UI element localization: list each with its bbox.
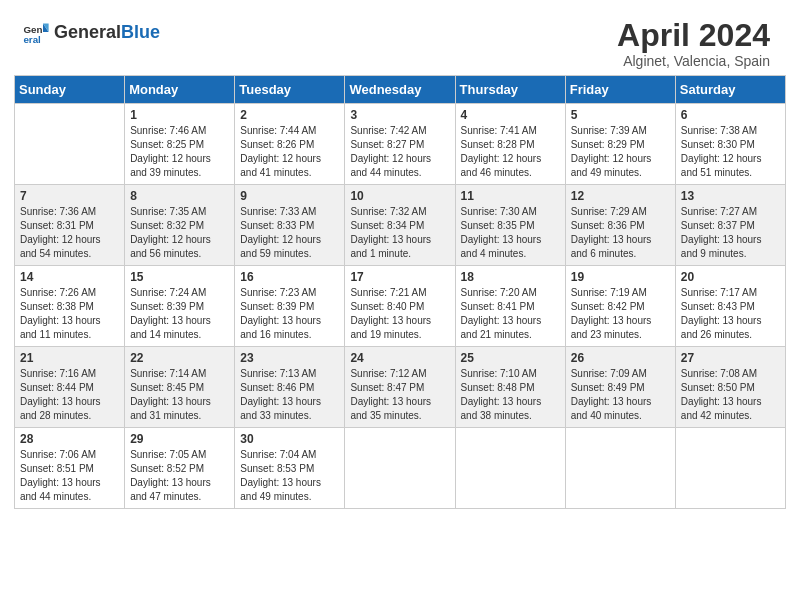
header: Gen eral GeneralBlue April 2024 Alginet,… (10, 10, 782, 75)
day-number: 13 (681, 189, 780, 203)
day-number: 5 (571, 108, 670, 122)
day-info: Sunrise: 7:19 AMSunset: 8:42 PMDaylight:… (571, 286, 670, 342)
day-info: Sunrise: 7:33 AMSunset: 8:33 PMDaylight:… (240, 205, 339, 261)
day-info: Sunrise: 7:46 AMSunset: 8:25 PMDaylight:… (130, 124, 229, 180)
calendar-cell: 29Sunrise: 7:05 AMSunset: 8:52 PMDayligh… (125, 428, 235, 509)
title-area: April 2024 Alginet, Valencia, Spain (617, 18, 770, 69)
day-number: 4 (461, 108, 560, 122)
calendar-cell (345, 428, 455, 509)
day-number: 30 (240, 432, 339, 446)
calendar-cell: 9Sunrise: 7:33 AMSunset: 8:33 PMDaylight… (235, 185, 345, 266)
calendar-cell: 6Sunrise: 7:38 AMSunset: 8:30 PMDaylight… (675, 104, 785, 185)
day-number: 24 (350, 351, 449, 365)
calendar-cell: 11Sunrise: 7:30 AMSunset: 8:35 PMDayligh… (455, 185, 565, 266)
day-number: 6 (681, 108, 780, 122)
calendar-cell (15, 104, 125, 185)
day-info: Sunrise: 7:13 AMSunset: 8:46 PMDaylight:… (240, 367, 339, 423)
day-info: Sunrise: 7:04 AMSunset: 8:53 PMDaylight:… (240, 448, 339, 504)
day-number: 19 (571, 270, 670, 284)
day-info: Sunrise: 7:32 AMSunset: 8:34 PMDaylight:… (350, 205, 449, 261)
day-header-thursday: Thursday (455, 76, 565, 104)
day-info: Sunrise: 7:20 AMSunset: 8:41 PMDaylight:… (461, 286, 560, 342)
day-info: Sunrise: 7:36 AMSunset: 8:31 PMDaylight:… (20, 205, 119, 261)
calendar-cell: 17Sunrise: 7:21 AMSunset: 8:40 PMDayligh… (345, 266, 455, 347)
calendar-cell: 16Sunrise: 7:23 AMSunset: 8:39 PMDayligh… (235, 266, 345, 347)
calendar-cell: 18Sunrise: 7:20 AMSunset: 8:41 PMDayligh… (455, 266, 565, 347)
day-header-monday: Monday (125, 76, 235, 104)
calendar-cell: 3Sunrise: 7:42 AMSunset: 8:27 PMDaylight… (345, 104, 455, 185)
calendar-cell: 10Sunrise: 7:32 AMSunset: 8:34 PMDayligh… (345, 185, 455, 266)
day-number: 2 (240, 108, 339, 122)
calendar-cell: 27Sunrise: 7:08 AMSunset: 8:50 PMDayligh… (675, 347, 785, 428)
day-number: 20 (681, 270, 780, 284)
day-info: Sunrise: 7:05 AMSunset: 8:52 PMDaylight:… (130, 448, 229, 504)
day-info: Sunrise: 7:17 AMSunset: 8:43 PMDaylight:… (681, 286, 780, 342)
day-number: 14 (20, 270, 119, 284)
calendar-cell: 13Sunrise: 7:27 AMSunset: 8:37 PMDayligh… (675, 185, 785, 266)
logo-text-general: General (54, 22, 121, 42)
day-info: Sunrise: 7:14 AMSunset: 8:45 PMDaylight:… (130, 367, 229, 423)
calendar-cell: 26Sunrise: 7:09 AMSunset: 8:49 PMDayligh… (565, 347, 675, 428)
calendar-cell: 24Sunrise: 7:12 AMSunset: 8:47 PMDayligh… (345, 347, 455, 428)
logo-icon: Gen eral (22, 18, 50, 46)
day-info: Sunrise: 7:21 AMSunset: 8:40 PMDaylight:… (350, 286, 449, 342)
day-info: Sunrise: 7:35 AMSunset: 8:32 PMDaylight:… (130, 205, 229, 261)
day-info: Sunrise: 7:27 AMSunset: 8:37 PMDaylight:… (681, 205, 780, 261)
calendar-cell: 4Sunrise: 7:41 AMSunset: 8:28 PMDaylight… (455, 104, 565, 185)
calendar-row: 7Sunrise: 7:36 AMSunset: 8:31 PMDaylight… (15, 185, 786, 266)
calendar-cell: 8Sunrise: 7:35 AMSunset: 8:32 PMDaylight… (125, 185, 235, 266)
day-info: Sunrise: 7:06 AMSunset: 8:51 PMDaylight:… (20, 448, 119, 504)
calendar-cell: 7Sunrise: 7:36 AMSunset: 8:31 PMDaylight… (15, 185, 125, 266)
day-number: 15 (130, 270, 229, 284)
day-info: Sunrise: 7:23 AMSunset: 8:39 PMDaylight:… (240, 286, 339, 342)
calendar-cell: 1Sunrise: 7:46 AMSunset: 8:25 PMDaylight… (125, 104, 235, 185)
day-info: Sunrise: 7:30 AMSunset: 8:35 PMDaylight:… (461, 205, 560, 261)
day-header-wednesday: Wednesday (345, 76, 455, 104)
calendar-cell: 12Sunrise: 7:29 AMSunset: 8:36 PMDayligh… (565, 185, 675, 266)
calendar-row: 21Sunrise: 7:16 AMSunset: 8:44 PMDayligh… (15, 347, 786, 428)
day-info: Sunrise: 7:09 AMSunset: 8:49 PMDaylight:… (571, 367, 670, 423)
day-number: 26 (571, 351, 670, 365)
day-number: 29 (130, 432, 229, 446)
calendar-cell: 23Sunrise: 7:13 AMSunset: 8:46 PMDayligh… (235, 347, 345, 428)
calendar-cell: 19Sunrise: 7:19 AMSunset: 8:42 PMDayligh… (565, 266, 675, 347)
calendar-cell: 21Sunrise: 7:16 AMSunset: 8:44 PMDayligh… (15, 347, 125, 428)
calendar-cell: 14Sunrise: 7:26 AMSunset: 8:38 PMDayligh… (15, 266, 125, 347)
day-number: 25 (461, 351, 560, 365)
logo-text-blue: Blue (121, 22, 160, 42)
day-header-saturday: Saturday (675, 76, 785, 104)
calendar-row: 1Sunrise: 7:46 AMSunset: 8:25 PMDaylight… (15, 104, 786, 185)
day-header-sunday: Sunday (15, 76, 125, 104)
calendar-table: SundayMondayTuesdayWednesdayThursdayFrid… (14, 75, 786, 509)
day-number: 17 (350, 270, 449, 284)
day-number: 7 (20, 189, 119, 203)
day-number: 22 (130, 351, 229, 365)
calendar-row: 14Sunrise: 7:26 AMSunset: 8:38 PMDayligh… (15, 266, 786, 347)
location-title: Alginet, Valencia, Spain (617, 53, 770, 69)
day-number: 1 (130, 108, 229, 122)
day-info: Sunrise: 7:39 AMSunset: 8:29 PMDaylight:… (571, 124, 670, 180)
day-number: 18 (461, 270, 560, 284)
day-number: 21 (20, 351, 119, 365)
day-number: 8 (130, 189, 229, 203)
day-info: Sunrise: 7:24 AMSunset: 8:39 PMDaylight:… (130, 286, 229, 342)
calendar-cell: 15Sunrise: 7:24 AMSunset: 8:39 PMDayligh… (125, 266, 235, 347)
day-number: 9 (240, 189, 339, 203)
day-number: 27 (681, 351, 780, 365)
day-number: 11 (461, 189, 560, 203)
calendar-cell (565, 428, 675, 509)
day-info: Sunrise: 7:12 AMSunset: 8:47 PMDaylight:… (350, 367, 449, 423)
day-number: 10 (350, 189, 449, 203)
day-header-tuesday: Tuesday (235, 76, 345, 104)
day-info: Sunrise: 7:42 AMSunset: 8:27 PMDaylight:… (350, 124, 449, 180)
logo: Gen eral GeneralBlue (22, 18, 160, 46)
day-number: 12 (571, 189, 670, 203)
day-info: Sunrise: 7:26 AMSunset: 8:38 PMDaylight:… (20, 286, 119, 342)
day-info: Sunrise: 7:29 AMSunset: 8:36 PMDaylight:… (571, 205, 670, 261)
calendar-cell: 25Sunrise: 7:10 AMSunset: 8:48 PMDayligh… (455, 347, 565, 428)
day-info: Sunrise: 7:08 AMSunset: 8:50 PMDaylight:… (681, 367, 780, 423)
calendar-cell: 2Sunrise: 7:44 AMSunset: 8:26 PMDaylight… (235, 104, 345, 185)
calendar-row: 28Sunrise: 7:06 AMSunset: 8:51 PMDayligh… (15, 428, 786, 509)
calendar-cell: 5Sunrise: 7:39 AMSunset: 8:29 PMDaylight… (565, 104, 675, 185)
month-title: April 2024 (617, 18, 770, 53)
